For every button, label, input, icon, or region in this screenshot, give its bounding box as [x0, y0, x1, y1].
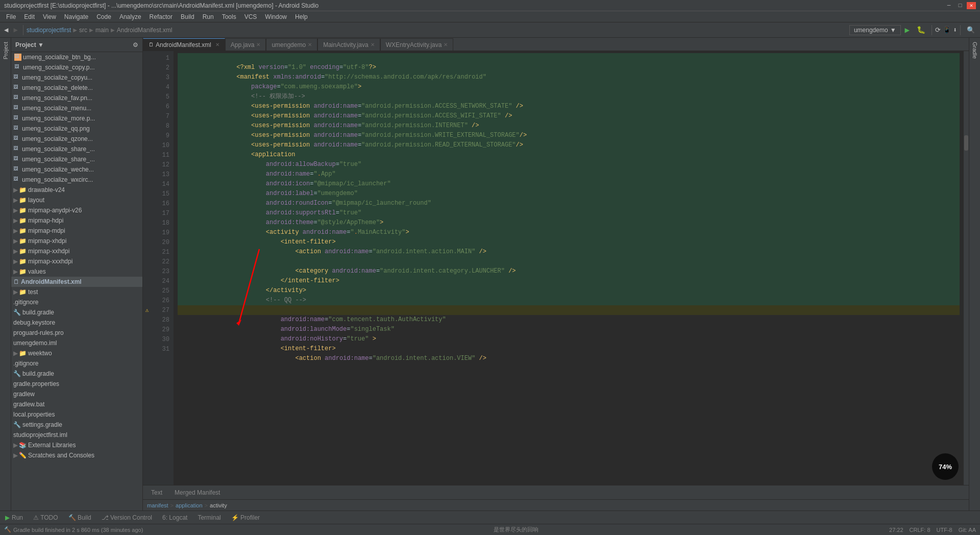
editor-path-breadcrumb: manifest > application > activity	[143, 499, 969, 510]
menu-code[interactable]: Code	[92, 12, 115, 21]
list-item[interactable]: 🖼 umeng_socialize_more.p...	[11, 113, 142, 124]
list-item[interactable]: local.properties	[11, 409, 142, 420]
profiler-tab[interactable]: ⚡ Profiler	[226, 513, 265, 522]
list-item[interactable]: gradlew.bat	[11, 399, 142, 409]
sidebar-item-mipmap-xhdpi[interactable]: ▶ 📁 mipmap-xhdpi	[11, 236, 142, 246]
list-item[interactable]: 🖼 umeng_socialize_qq.png	[11, 124, 142, 134]
list-item[interactable]: 🖼 umeng_socialize_delete...	[11, 83, 142, 93]
sidebar-item-test[interactable]: ▶ 📁 test	[11, 287, 142, 297]
run-tab[interactable]: ▶ Run	[0, 513, 28, 522]
sidebar-item-layout[interactable]: ▶ 📁 layout	[11, 195, 142, 205]
sidebar-gear-icon[interactable]: ⚙	[133, 41, 138, 48]
build-tab[interactable]: 🔨 Build	[63, 513, 96, 522]
sidebar-item-scratches[interactable]: ▶ ✏️ Scratches and Consoles	[11, 450, 142, 460]
toolbar-sync-icon[interactable]: ⟳	[935, 26, 941, 34]
toolbar-sdk-icon[interactable]: ⬇	[953, 26, 957, 34]
sidebar-item-mipmap-anydpi[interactable]: ▶ 📁 mipmap-anydpi-v26	[11, 205, 142, 215]
menu-window[interactable]: Window	[261, 12, 291, 21]
toolbar-back[interactable]: ◀	[2, 25, 10, 35]
gradle-panel-icon[interactable]: Gradle	[972, 42, 978, 59]
code-lines[interactable]: <?xml version="1.0" encoding="utf-8"?> <…	[174, 51, 964, 485]
sidebar-item-mipmap-mdpi[interactable]: ▶ 📁 mipmap-mdpi	[11, 226, 142, 236]
encoding-label: UTF-8	[937, 527, 952, 533]
sidebar-item-external-libraries[interactable]: ▶ 📚 External Libraries	[11, 440, 142, 450]
sidebar-item-drawable-v24[interactable]: ▶ 📁 drawable-v24	[11, 185, 142, 195]
tab-close-icon[interactable]: ✕	[215, 42, 219, 47]
menu-edit[interactable]: Edit	[20, 12, 39, 21]
version-control-tab[interactable]: ⎇ Version Control	[96, 513, 157, 522]
toolbar-forward[interactable]: ▶	[11, 25, 19, 35]
debug-button[interactable]: 🐛	[914, 25, 928, 35]
project-label: Project ▼	[15, 41, 44, 48]
tab-text[interactable]: Text	[145, 487, 168, 498]
sidebar-item-mipmap-hdpi[interactable]: ▶ 📁 mipmap-hdpi	[11, 215, 142, 226]
list-item[interactable]: 🔧 settings.gradle	[11, 420, 142, 430]
search-everywhere-button[interactable]: 🔍	[964, 25, 978, 35]
tab-umengdemo[interactable]: umengdemo ✕	[266, 38, 317, 51]
list-item[interactable]: .gitignore	[11, 297, 142, 307]
terminal-tab[interactable]: Terminal	[192, 513, 226, 522]
sidebar-item-androidmanifest[interactable]: 🗒 AndroidManifest.xml	[11, 277, 142, 287]
list-item[interactable]: 🔧 build.gradle	[11, 369, 142, 379]
menu-view[interactable]: View	[39, 12, 60, 21]
list-item[interactable]: 🖼 umeng_socialize_copyu...	[11, 72, 142, 83]
list-item[interactable]: 🖼 umeng_socialize_btn_bg...	[11, 52, 142, 62]
menu-refactor[interactable]: Refactor	[145, 12, 177, 21]
tab-androidmanifest[interactable]: 🗒 AndroidManifest.xml ✕	[143, 38, 225, 51]
sidebar-item-values[interactable]: ▶ 📁 values	[11, 266, 142, 277]
list-item[interactable]: 🖼 umeng_socialize_wxcirc...	[11, 175, 142, 185]
sidebar-item-mipmap-xxxhdpi[interactable]: ▶ 📁 mipmap-xxxhdpi	[11, 256, 142, 266]
list-item[interactable]: 🖼 umeng_socialize_menu...	[11, 103, 142, 113]
sidebar-tree: 🖼 umeng_socialize_btn_bg... 🖼 umeng_soci…	[11, 52, 142, 510]
todo-tab[interactable]: ⚠ TODO	[28, 513, 63, 522]
tab-close-icon[interactable]: ✕	[256, 42, 260, 47]
sidebar-item-mipmap-xxhdpi[interactable]: ▶ 📁 mipmap-xxhdpi	[11, 246, 142, 256]
run-button[interactable]: ▶	[902, 24, 913, 36]
list-item[interactable]: 🖼 umeng_socialize_weche...	[11, 164, 142, 175]
run-config-dropdown[interactable]: umengdemo ▼	[849, 25, 901, 35]
menu-navigate[interactable]: Navigate	[60, 12, 92, 21]
list-item[interactable]: gradlew	[11, 389, 142, 399]
sidebar-item-weektwo[interactable]: ▶ 📁 weektwo	[11, 348, 142, 358]
menu-file[interactable]: File	[2, 12, 20, 21]
maximize-button[interactable]: □	[955, 2, 965, 9]
menu-tools[interactable]: Tools	[218, 12, 240, 21]
breadcrumb-manifest[interactable]: manifest	[147, 502, 168, 508]
toolbar-avd-icon[interactable]: 📱	[943, 26, 951, 34]
manifest-file-icon: 🗒	[149, 42, 154, 47]
close-button[interactable]: ✕	[967, 2, 976, 9]
build-icon: 🔨	[4, 526, 11, 533]
code-editor[interactable]: 1 2 3 4 5	[143, 51, 969, 485]
tab-close-icon[interactable]: ✕	[308, 42, 312, 47]
list-item[interactable]: 🖼 umeng_socialize_copy.p...	[11, 62, 142, 72]
tab-merged-manifest[interactable]: Merged Manifest	[168, 487, 226, 498]
menu-build[interactable]: Build	[177, 12, 199, 21]
breadcrumb-application[interactable]: application	[176, 502, 203, 508]
tab-wxentryactivity[interactable]: WXEntryActivity.java ✕	[380, 38, 454, 51]
list-item[interactable]: umengdemo.iml	[11, 338, 142, 348]
tab-close-icon[interactable]: ✕	[444, 42, 448, 47]
list-item[interactable]: studioprojectfirst.iml	[11, 430, 142, 440]
list-item[interactable]: 🖼 umeng_socialize_share_...	[11, 144, 142, 154]
list-item[interactable]: 🔧 build.gradle	[11, 307, 142, 318]
tab-appjava[interactable]: App.java ✕	[225, 38, 266, 51]
logcat-tab[interactable]: 6: Logcat	[157, 513, 192, 522]
list-item[interactable]: 🖼 umeng_socialize_share_...	[11, 154, 142, 164]
menu-help[interactable]: Help	[291, 12, 312, 21]
menu-vcs[interactable]: VCS	[240, 12, 261, 21]
vertical-scrollbar[interactable]	[964, 51, 969, 485]
list-item[interactable]: debug.keystore	[11, 318, 142, 328]
menu-run[interactable]: Run	[199, 12, 218, 21]
list-item[interactable]: proguard-rules.pro	[11, 328, 142, 338]
list-item[interactable]: .gitignore	[11, 358, 142, 369]
list-item[interactable]: gradle.properties	[11, 379, 142, 389]
breadcrumb-activity[interactable]: activity	[210, 502, 227, 508]
tab-close-icon[interactable]: ✕	[371, 42, 375, 47]
tab-mainactivity[interactable]: MainActivity.java ✕	[317, 38, 380, 51]
list-item[interactable]: 🖼 umeng_socialize_qzone...	[11, 134, 142, 144]
menu-analyze[interactable]: Analyze	[115, 12, 145, 21]
list-item[interactable]: 🖼 umeng_socialize_fav.pn...	[11, 93, 142, 103]
line-ending: CRLF: 8	[910, 527, 930, 533]
project-panel-icon[interactable]: Project	[3, 42, 9, 59]
minimize-button[interactable]: ─	[944, 2, 953, 9]
